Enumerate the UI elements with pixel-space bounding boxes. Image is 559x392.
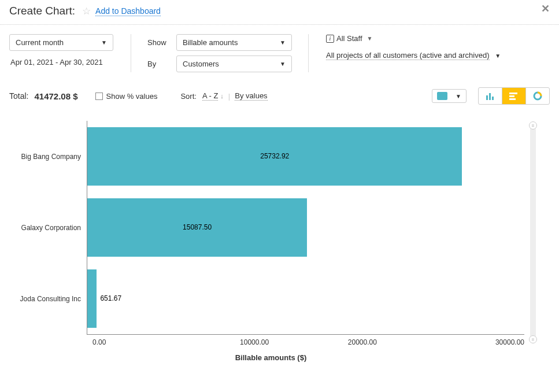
- sort-by-values-button[interactable]: By values: [235, 91, 267, 101]
- by-select-value: Customers: [183, 60, 219, 68]
- x-axis: 0.00 10000.00 20000.00 30000.00: [92, 338, 524, 346]
- checkbox-icon: [95, 93, 103, 100]
- staff-filter-label: All Staff: [336, 34, 362, 43]
- bar-value-label: 15087.50: [183, 223, 212, 231]
- projects-filter[interactable]: All projects of all customers (active an…: [326, 51, 501, 60]
- chart-type-horizontal-bar[interactable]: [502, 88, 525, 104]
- bar[interactable]: 15087.50: [87, 198, 307, 257]
- sort-az-button[interactable]: A - Z: [202, 91, 218, 101]
- show-percent-checkbox[interactable]: Show % values: [95, 92, 158, 101]
- period-select-value: Current month: [16, 38, 64, 47]
- divider: |: [228, 92, 230, 101]
- bar[interactable]: 651.67: [87, 269, 97, 328]
- chevron-down-icon: ▼: [367, 35, 373, 42]
- sort-label: Sort:: [180, 92, 196, 101]
- by-select[interactable]: Customers ▼: [176, 56, 292, 72]
- close-icon[interactable]: ✕: [541, 2, 550, 15]
- svg-rect-1: [489, 93, 491, 100]
- y-axis-labels: Big Bang Company Galaxy Corporation Joda…: [17, 121, 87, 335]
- info-icon: i: [326, 35, 334, 43]
- show-label: Show: [147, 38, 168, 47]
- chevron-down-icon: ▼: [280, 39, 286, 46]
- donut-icon: [533, 91, 542, 101]
- chart-scrollbar[interactable]: ≡ ≡: [530, 125, 536, 339]
- bar-value-label: 25732.92: [260, 152, 289, 160]
- chevron-down-icon: ▼: [280, 61, 286, 67]
- show-by-column: Show Billable amounts ▼ By Customers ▼: [131, 34, 309, 72]
- show-percent-label: Show % values: [106, 92, 158, 101]
- horizontal-bar-icon: [509, 92, 519, 100]
- bar-value-label: 651.67: [100, 294, 121, 302]
- chevron-down-icon: ▼: [101, 39, 107, 46]
- vertical-bar-icon: [486, 92, 495, 100]
- by-label: By: [147, 60, 168, 68]
- bar[interactable]: 25732.92: [87, 127, 462, 186]
- y-tick-label: Galaxy Corporation: [17, 224, 81, 232]
- chart-controls: Total: 41472.08 $ Show % values Sort: A …: [0, 83, 559, 109]
- date-range-text: Apr 01, 2021 - Apr 30, 2021: [9, 56, 113, 69]
- bar-row: 651.67: [87, 263, 524, 334]
- color-swatch-icon: [437, 92, 447, 100]
- favorite-star-icon[interactable]: ☆: [82, 5, 91, 17]
- page-title: Create Chart:: [9, 5, 75, 17]
- x-tick-label: 0.00: [92, 338, 201, 346]
- add-to-dashboard-link[interactable]: Add to Dashboard: [95, 6, 161, 16]
- svg-rect-3: [509, 93, 517, 94]
- chevron-down-icon: ▼: [495, 53, 501, 59]
- total-value: 41472.08 $: [34, 91, 77, 101]
- color-picker[interactable]: ▼: [432, 89, 467, 103]
- chart-type-donut[interactable]: [525, 88, 549, 104]
- total-label: Total:: [9, 91, 28, 101]
- x-axis-title: Billable amounts ($): [17, 353, 524, 362]
- svg-rect-5: [509, 98, 516, 100]
- bar-row: 15087.50: [87, 192, 524, 263]
- filter-bar: Current month ▼ Apr 01, 2021 - Apr 30, 2…: [0, 25, 559, 83]
- show-select[interactable]: Billable amounts ▼: [176, 34, 292, 51]
- show-row: Show Billable amounts ▼: [147, 34, 292, 51]
- y-tick-label: Joda Consulting Inc: [17, 295, 81, 303]
- x-tick-label: 10000.00: [201, 338, 309, 346]
- by-row: By Customers ▼: [147, 56, 292, 72]
- date-filter-column: Current month ▼ Apr 01, 2021 - Apr 30, 2…: [9, 34, 113, 72]
- period-select[interactable]: Current month ▼: [9, 34, 113, 51]
- chart-area: Big Bang Company Galaxy Corporation Joda…: [0, 109, 559, 373]
- scroll-handle-top[interactable]: ≡: [529, 121, 537, 130]
- svg-rect-2: [492, 97, 494, 100]
- staff-filter[interactable]: i All Staff ▼: [326, 34, 501, 43]
- svg-rect-4: [509, 95, 514, 97]
- chevron-down-icon: ▼: [456, 93, 461, 99]
- scope-column: i All Staff ▼ All projects of all custom…: [326, 34, 501, 72]
- show-select-value: Billable amounts: [183, 38, 238, 47]
- svg-rect-0: [486, 95, 488, 100]
- arrow-down-icon: ↓: [220, 93, 224, 99]
- chart-type-vertical-bar[interactable]: [479, 88, 502, 104]
- chart-type-toggle: [478, 87, 550, 105]
- x-tick-label: 20000.00: [309, 338, 417, 346]
- projects-filter-label: All projects of all customers (active an…: [326, 51, 490, 60]
- chart-plot: 25732.92 15087.50 651.67: [87, 121, 524, 335]
- header: Create Chart: ☆ Add to Dashboard ✕: [0, 0, 559, 25]
- x-tick-label: 30000.00: [416, 338, 524, 346]
- y-tick-label: Big Bang Company: [17, 153, 81, 161]
- bar-row: 25732.92: [87, 121, 524, 192]
- scroll-handle-bottom[interactable]: ≡: [529, 335, 537, 343]
